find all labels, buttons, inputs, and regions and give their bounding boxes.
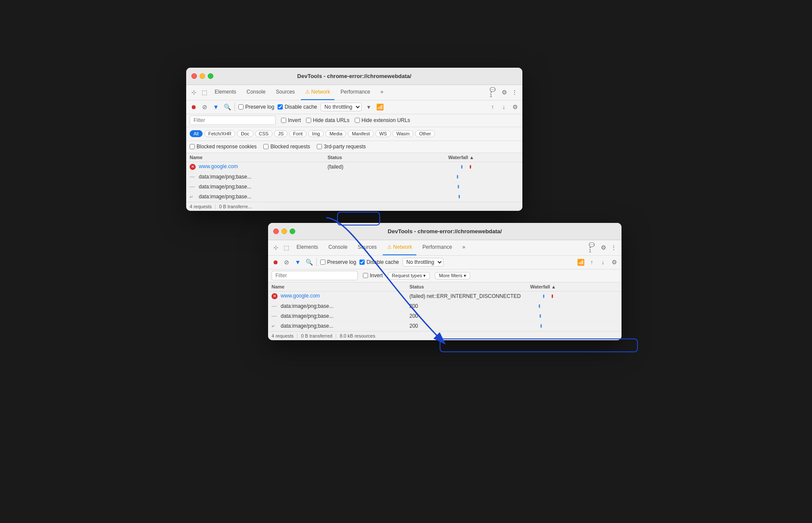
type-media-back[interactable]: Media bbox=[325, 130, 346, 137]
type-other-back[interactable]: Other bbox=[415, 130, 435, 137]
settings-icon-front[interactable]: ⚙ bbox=[599, 243, 608, 252]
messages-icon[interactable]: 💬 1 bbox=[490, 88, 498, 97]
status-transferred-back: 0 B transferre... bbox=[219, 204, 255, 209]
row-name-front: data:image/png;base... bbox=[281, 313, 333, 319]
tab-elements-back[interactable]: Elements bbox=[210, 85, 240, 100]
network-settings-icon-front[interactable]: ⚙ bbox=[610, 258, 618, 266]
close-button-front[interactable] bbox=[273, 229, 279, 234]
table-row[interactable]: — data:image/png;base... bbox=[186, 182, 522, 191]
tab-network-back[interactable]: ⚠Network bbox=[301, 85, 334, 100]
tab-more-back[interactable]: » bbox=[376, 85, 388, 100]
maximize-button[interactable] bbox=[208, 73, 213, 79]
type-manifest-back[interactable]: Manifest bbox=[348, 130, 374, 137]
typebar-back: All Fetch/XHR Doc CSS JS Font Img Media … bbox=[186, 127, 522, 141]
settings-icon[interactable]: ⚙ bbox=[500, 88, 509, 97]
dash-icon: — bbox=[190, 184, 196, 190]
type-doc-back[interactable]: Doc bbox=[237, 130, 253, 137]
third-party-check[interactable]: 3rd-party requests bbox=[317, 144, 365, 150]
upload-icon-front[interactable]: ↑ bbox=[588, 258, 596, 266]
invert-check-back[interactable]: Invert bbox=[281, 117, 301, 123]
table-row[interactable]: ✕ www.google.com (failed) net::ERR_INTER… bbox=[268, 291, 621, 301]
download-icon-back[interactable]: ↓ bbox=[500, 103, 508, 111]
filter-icon-back[interactable]: ▼ bbox=[212, 103, 220, 111]
disable-cache-check[interactable]: Disable cache bbox=[278, 104, 317, 110]
more-filters-btn[interactable]: More filters ▾ bbox=[435, 272, 470, 279]
type-fetch-back[interactable]: Fetch/XHR bbox=[204, 130, 235, 137]
dash-icon: — bbox=[190, 174, 196, 180]
type-wasm-back[interactable]: Wasm bbox=[393, 130, 414, 137]
tab-console-back[interactable]: Console bbox=[242, 85, 270, 100]
wifi-icon-front[interactable]: 📶 bbox=[577, 258, 584, 266]
preserve-log-check-front[interactable]: Preserve log bbox=[320, 259, 356, 265]
maximize-button-front[interactable] bbox=[290, 229, 295, 234]
tab-performance-back[interactable]: Performance bbox=[336, 85, 375, 100]
filter-icon-front[interactable]: ▼ bbox=[294, 258, 302, 266]
col-status-front: Status bbox=[406, 282, 527, 291]
table-row[interactable]: — data:image/png;base... bbox=[186, 172, 522, 182]
window-title-back: DevTools - chrome-error://chromewebdata/ bbox=[297, 73, 412, 79]
row-status-200-front: 200 bbox=[406, 311, 527, 321]
hide-data-urls-check-back[interactable]: Hide data URLs bbox=[306, 117, 350, 123]
inspect-icon[interactable]: ⬚ bbox=[200, 88, 209, 97]
type-js-back[interactable]: JS bbox=[274, 130, 287, 137]
filter-input-bar-back: Invert Hide data URLs Hide extension URL… bbox=[186, 114, 522, 127]
filter-input-back[interactable] bbox=[190, 116, 276, 125]
record-icon-front[interactable]: ⏺ bbox=[272, 258, 279, 266]
tab-elements-front[interactable]: Elements bbox=[292, 240, 322, 255]
network-settings-icon[interactable]: ⚙ bbox=[511, 103, 519, 111]
table-row[interactable]: ↵ data:image/png;base... 200 bbox=[268, 321, 621, 331]
close-button[interactable] bbox=[191, 73, 197, 79]
row-name-front: www.google.com bbox=[281, 293, 320, 299]
type-css-back[interactable]: CSS bbox=[255, 130, 273, 137]
upload-icon-back[interactable]: ↑ bbox=[489, 103, 497, 111]
inspect-icon-front[interactable]: ⬚ bbox=[282, 243, 290, 252]
clear-icon[interactable]: ⊘ bbox=[201, 103, 209, 111]
cursor-icon-front[interactable]: ⊹ bbox=[272, 243, 280, 252]
messages-icon-front[interactable]: 💬 1 bbox=[589, 243, 597, 252]
clear-icon-front[interactable]: ⊘ bbox=[283, 258, 290, 266]
preserve-log-check[interactable]: Preserve log bbox=[238, 104, 274, 110]
cursor-icon[interactable]: ⊹ bbox=[190, 88, 198, 97]
status-resources-front: 8.0 kB resources bbox=[340, 333, 379, 338]
tab-console-front[interactable]: Console bbox=[324, 240, 352, 255]
col-name-front: Name bbox=[268, 282, 406, 291]
devtools-window-front: DevTools - chrome-error://chromewebdata/… bbox=[268, 223, 621, 340]
filter-input-front[interactable] bbox=[272, 271, 358, 280]
blocked-cookies-check[interactable]: Blocked response cookies bbox=[190, 144, 256, 150]
throttle-select-front[interactable]: No throttling bbox=[403, 258, 443, 266]
disable-cache-check-front[interactable]: Disable cache bbox=[359, 259, 399, 265]
table-row[interactable]: ↵ data:image/png;base... bbox=[186, 191, 522, 201]
type-font-back[interactable]: Font bbox=[289, 130, 306, 137]
col-status-back: Status bbox=[324, 153, 445, 162]
table-row[interactable]: — data:image/png;base... 200 bbox=[268, 301, 621, 311]
network-table-front: Name Status Waterfall ▲ ✕ www.google.com… bbox=[268, 282, 621, 331]
tab-sources-front[interactable]: Sources bbox=[353, 240, 381, 255]
blocked-requests-check[interactable]: Blocked requests bbox=[263, 144, 310, 150]
wifi-icon[interactable]: 📶 bbox=[376, 103, 384, 111]
more-icon-front[interactable]: ⋮ bbox=[609, 243, 618, 252]
tab-more-front[interactable]: » bbox=[458, 240, 470, 255]
download-icon-front[interactable]: ↓ bbox=[599, 258, 607, 266]
hide-ext-urls-check-back[interactable]: Hide extension URLs bbox=[355, 117, 410, 123]
tab-sources-back[interactable]: Sources bbox=[272, 85, 299, 100]
throttle-select-back[interactable]: No throttling bbox=[321, 103, 362, 111]
dash-icon-front: — bbox=[272, 313, 278, 319]
tab-network-front[interactable]: ⚠Network bbox=[383, 240, 416, 255]
type-ws-back[interactable]: WS bbox=[375, 130, 391, 137]
statusbar-back: 4 requests 0 B transferre... bbox=[186, 202, 522, 211]
search-icon-back[interactable]: 🔍 bbox=[223, 103, 231, 111]
type-all-back[interactable]: All bbox=[190, 130, 203, 137]
minimize-button[interactable] bbox=[200, 73, 205, 79]
more-icon[interactable]: ⋮ bbox=[510, 88, 519, 97]
table-row[interactable]: — data:image/png;base... 200 bbox=[268, 311, 621, 321]
record-icon[interactable]: ⏺ bbox=[190, 103, 197, 111]
throttle-arrow-icon[interactable]: ▾ bbox=[365, 103, 373, 111]
tab-performance-front[interactable]: Performance bbox=[418, 240, 456, 255]
table-row[interactable]: ✕ www.google.com (failed) bbox=[186, 162, 522, 172]
search-icon-front[interactable]: 🔍 bbox=[305, 258, 313, 266]
invert-check-front[interactable]: Invert bbox=[363, 272, 383, 279]
type-img-back[interactable]: Img bbox=[308, 130, 324, 137]
request-types-btn[interactable]: Request types ▾ bbox=[388, 272, 430, 279]
tabbar-front: ⊹ ⬚ Elements Console Sources ⚠Network Pe… bbox=[268, 240, 621, 256]
minimize-button-front[interactable] bbox=[281, 229, 287, 234]
